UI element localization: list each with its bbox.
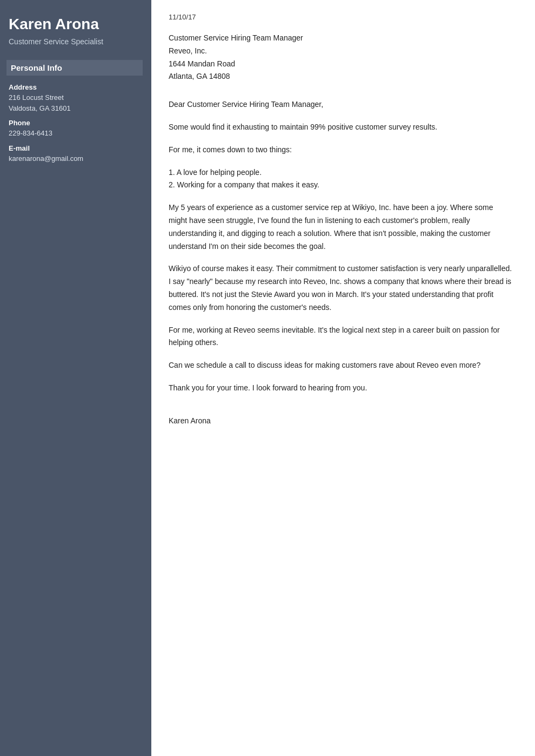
letter-list: 1. A love for helping people. 2. Working… — [169, 166, 513, 192]
letter-date: 11/10/17 — [169, 13, 513, 21]
salutation: Dear Customer Service Hiring Team Manage… — [169, 98, 513, 111]
email-value: karenarona@gmail.com — [9, 153, 141, 164]
address-line2: Valdosta, GA 31601 — [9, 103, 141, 114]
page-container: Karen Arona Customer Service Specialist … — [0, 0, 535, 756]
recipient-line4: Atlanta, GA 14808 — [169, 70, 513, 83]
sidebar: Karen Arona Customer Service Specialist … — [0, 0, 151, 756]
recipient-block: Customer Service Hiring Team Manager Rev… — [169, 32, 513, 83]
phone-value: 229-834-6413 — [9, 128, 141, 139]
paragraph3: My 5 years of experience as a customer s… — [169, 201, 513, 253]
recipient-line2: Reveo, Inc. — [169, 45, 513, 58]
paragraph7: Thank you for your time. I look forward … — [169, 382, 513, 395]
signature-block: Karen Arona — [169, 416, 513, 425]
paragraph2: For me, it comes down to two things: — [169, 144, 513, 157]
candidate-name: Karen Arona — [9, 15, 141, 33]
list-item-2: 2. Working for a company that makes it e… — [169, 179, 513, 192]
main-content: 11/10/17 Customer Service Hiring Team Ma… — [151, 0, 535, 756]
email-label: E-mail — [9, 144, 141, 152]
recipient-line1: Customer Service Hiring Team Manager — [169, 32, 513, 45]
paragraph6: Can we schedule a call to discuss ideas … — [169, 359, 513, 372]
phone-label: Phone — [9, 119, 141, 127]
personal-info-heading: Personal Info — [6, 60, 143, 76]
address-label: Address — [9, 83, 141, 91]
recipient-line3: 1644 Mandan Road — [169, 58, 513, 71]
address-line1: 216 Locust Street — [9, 92, 141, 103]
candidate-job-title: Customer Service Specialist — [9, 37, 141, 48]
paragraph4: Wikiyo of course makes it easy. Their co… — [169, 262, 513, 314]
paragraph5: For me, working at Reveo seems inevitabl… — [169, 324, 513, 350]
letter-body: Dear Customer Service Hiring Team Manage… — [169, 98, 513, 395]
paragraph1: Some would find it exhausting to maintai… — [169, 121, 513, 134]
signature-name: Karen Arona — [169, 416, 513, 425]
list-item-1: 1. A love for helping people. — [169, 166, 513, 179]
